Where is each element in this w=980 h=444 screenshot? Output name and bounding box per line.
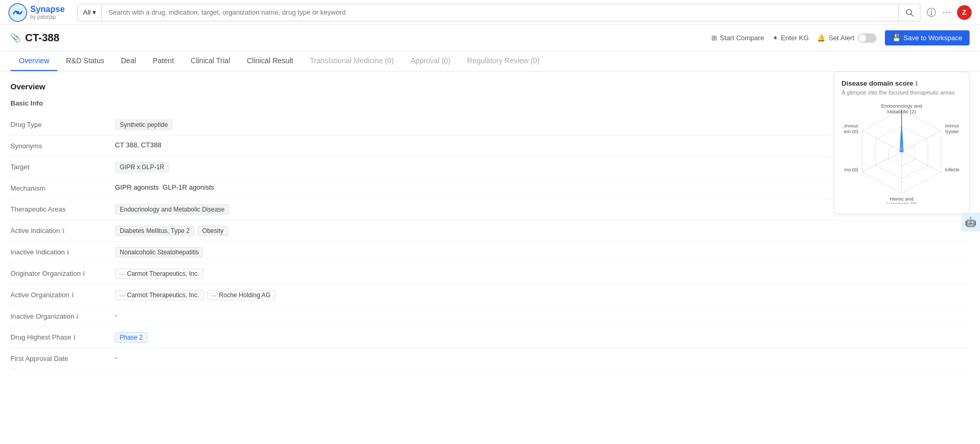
svg-text:Metabolic (2): Metabolic (2) [887, 109, 916, 114]
inactive-indication-info-icon[interactable]: ℹ [67, 249, 70, 256]
kg-icon: ✦ [773, 34, 778, 42]
alert-toggle-switch[interactable] [858, 33, 877, 43]
disease-panel-info-icon[interactable]: ℹ [915, 80, 918, 87]
inactive-org-row: Inactive Organization ℹ - [10, 306, 970, 327]
disease-panel-subtitle: A glimpse into the focused therapeutic a… [841, 89, 962, 96]
tab-clinical-result[interactable]: Clinical Result [238, 51, 302, 71]
drug-title-bar: 📎 CT-388 ⊞ Start Compare ✦ Enter KG 🔔 Se… [0, 25, 980, 51]
svg-text:Neoplasms (0): Neoplasms (0) [844, 167, 858, 172]
active-org-tag-roche[interactable]: — Roche Holding AG [207, 290, 275, 300]
svg-text:Infectious (0): Infectious (0) [945, 167, 959, 172]
inactive-org-info-icon[interactable]: ℹ [76, 313, 79, 320]
originator-org-label: Originator Organization ℹ [10, 268, 115, 277]
originator-org-value: — Carmot Therapeutics, Inc. [115, 268, 970, 279]
save-icon: 💾 [892, 34, 901, 42]
active-org-label: Active Organization ℹ [10, 290, 115, 299]
chevron-down-icon: ▾ [93, 8, 96, 16]
first-approval-date-label: First Approval Date [10, 354, 115, 363]
active-org-tag-carmot[interactable]: — Carmot Therapeutics, Inc. [115, 290, 204, 300]
logo-subtext: by patsnap [30, 14, 65, 20]
target-tag[interactable]: GIPR x GLP-1R [115, 162, 169, 172]
synonyms-row: Synonyms CT 388, CT388 [10, 136, 970, 157]
active-indication-value: Diabetes Mellitus, Type 2 Obesity [115, 226, 970, 236]
svg-line-8 [902, 131, 941, 151]
inactive-indication-value: Nonalcoholic Steatohepatitis [115, 247, 970, 258]
tab-regulatory-review: Regulatory Review (0) [459, 51, 548, 71]
tab-overview[interactable]: Overview [10, 51, 57, 71]
logo: Synapse by patsnap [8, 3, 71, 22]
inactive-indication-row: Inactive Indication ℹ Nonalcoholic Steat… [10, 242, 970, 263]
header-actions: ⓘ ⋯ Z [927, 5, 972, 20]
indication-tag-diabetes[interactable]: Diabetes Mellitus, Type 2 [115, 226, 194, 236]
inactive-org-value: - [115, 311, 970, 319]
active-org-info-icon[interactable]: ℹ [72, 291, 74, 299]
svg-text:Nervous: Nervous [844, 123, 858, 128]
active-org-value: — Carmot Therapeutics, Inc. — Roche Hold… [115, 290, 970, 300]
therapeutic-area-tag[interactable]: Endocrinology and Metabolic Disease [115, 204, 229, 215]
search-icon [905, 8, 914, 17]
content-area: Overview Basic Info Drug Type Synthetic … [0, 72, 980, 380]
svg-point-1 [16, 11, 19, 14]
chat-icon[interactable]: 🤖 [961, 213, 980, 231]
phase-tag: Phase 2 [115, 332, 147, 343]
org-icon-carmot: — [120, 293, 125, 298]
org-icon-roche: — [212, 293, 217, 298]
user-avatar[interactable]: Z [957, 5, 972, 20]
org-icon: — [120, 271, 125, 277]
tab-clinical-trial[interactable]: Clinical Trial [182, 51, 238, 71]
search-input[interactable] [102, 8, 898, 16]
originator-org-info-icon[interactable]: ℹ [83, 270, 85, 277]
inactive-indication-label: Inactive Indication ℹ [10, 247, 115, 256]
svg-text:Immune: Immune [945, 123, 959, 128]
pin-icon: 📎 [10, 33, 21, 43]
drug-highest-phase-info-icon[interactable]: ℹ [73, 334, 76, 341]
drug-type-row: Drug Type Synthetic peptide [10, 114, 970, 136]
overview-section-title: Overview [10, 82, 970, 91]
tabs-bar: Overview R&D Status Deal Patent Clinical… [0, 51, 980, 72]
svg-text:System (0): System (0) [945, 128, 959, 134]
set-alert-toggle[interactable]: 🔔 Set Alert [817, 33, 876, 43]
indication-tag-obesity[interactable]: Obesity [198, 226, 228, 236]
grid-icon[interactable]: ⋯ [942, 7, 951, 17]
tab-approval: Approval (0) [402, 51, 459, 71]
alert-icon: 🔔 [817, 34, 825, 42]
enter-kg-button[interactable]: ✦ Enter KG [773, 34, 809, 42]
save-to-workspace-button[interactable]: 💾 Save to Workspace [885, 30, 970, 45]
start-compare-button[interactable]: ⊞ Start Compare [711, 34, 764, 42]
originator-org-tag[interactable]: — Carmot Therapeutics, Inc. [115, 268, 204, 279]
first-approval-date-row: First Approval Date - [10, 348, 970, 369]
target-label: Target [10, 162, 115, 171]
svg-text:Endocrinology and: Endocrinology and [881, 104, 923, 109]
search-filter-label: All [83, 8, 90, 16]
therapeutic-areas-label: Therapeutic Areas [10, 204, 115, 213]
disease-domain-panel: Disease domain score ℹ A glimpse into th… [834, 72, 970, 214]
inactive-org-label: Inactive Organization ℹ [10, 311, 115, 320]
active-org-row: Active Organization ℹ — Carmot Therapeut… [10, 285, 970, 306]
drug-title-group: 📎 CT-388 [10, 32, 60, 44]
first-approval-date-value: - [115, 354, 970, 361]
search-button[interactable] [898, 4, 920, 21]
active-indication-info-icon[interactable]: ℹ [62, 227, 65, 235]
drug-highest-phase-row: Drug Highest Phase ℹ Phase 2 [10, 327, 970, 348]
target-row: Target GIPR x GLP-1R [10, 157, 970, 178]
main-content: Overview Basic Info Drug Type Synthetic … [0, 72, 980, 380]
tab-rd-status[interactable]: R&D Status [57, 51, 112, 71]
drug-actions: ⊞ Start Compare ✦ Enter KG 🔔 Set Alert 💾… [711, 30, 970, 45]
originator-org-row: Originator Organization ℹ — Carmot Thera… [10, 263, 970, 285]
help-icon[interactable]: ⓘ [927, 6, 936, 19]
search-filter-dropdown[interactable]: All ▾ [78, 4, 102, 21]
logo-icon [8, 3, 27, 22]
tab-deal[interactable]: Deal [113, 51, 145, 71]
therapeutic-areas-row: Therapeutic Areas Endocrinology and Meta… [10, 199, 970, 220]
drug-type-tag: Synthetic peptide [115, 120, 172, 130]
svg-line-3 [911, 14, 913, 16]
radar-chart: Endocrinology and Metabolic (2) Immune S… [841, 102, 962, 206]
radar-svg: Endocrinology and Metabolic (2) Immune S… [844, 104, 959, 204]
active-indication-label: Active Indication ℹ [10, 226, 115, 235]
active-indication-row: Active Indication ℹ Diabetes Mellitus, T… [10, 220, 970, 242]
tab-patent[interactable]: Patent [144, 51, 182, 71]
inactive-indication-tag[interactable]: Nonalcoholic Steatohepatitis [115, 247, 203, 258]
mechanism-row: Mechanism GIPR agonists GLP-1R agonists [10, 178, 970, 199]
svg-text:System (0): System (0) [844, 128, 858, 134]
drug-type-label: Drug Type [10, 120, 115, 128]
